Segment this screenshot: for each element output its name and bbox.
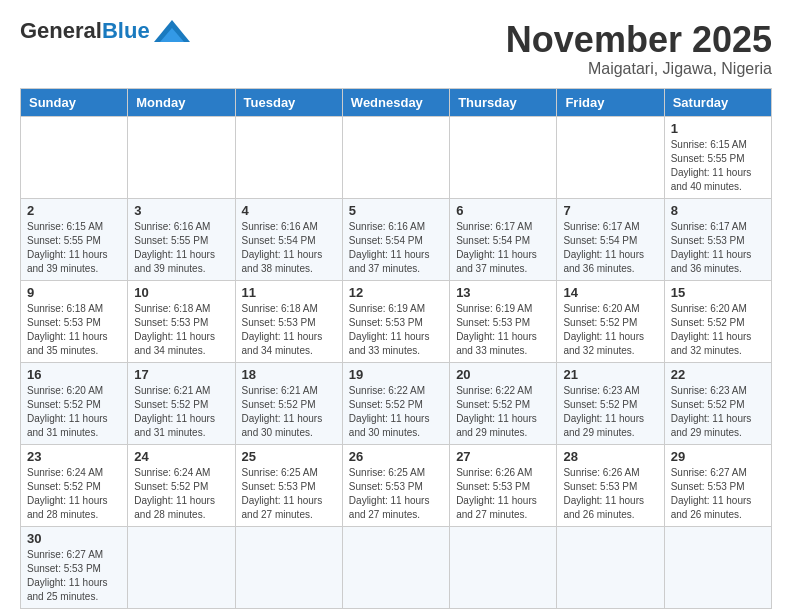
day-number: 12 <box>349 285 443 300</box>
day-info: Sunrise: 6:27 AM Sunset: 5:53 PM Dayligh… <box>671 466 765 522</box>
calendar-cell: 8Sunrise: 6:17 AM Sunset: 5:53 PM Daylig… <box>664 198 771 280</box>
calendar-cell: 28Sunrise: 6:26 AM Sunset: 5:53 PM Dayli… <box>557 444 664 526</box>
day-number: 13 <box>456 285 550 300</box>
calendar-cell: 20Sunrise: 6:22 AM Sunset: 5:52 PM Dayli… <box>450 362 557 444</box>
calendar-cell: 10Sunrise: 6:18 AM Sunset: 5:53 PM Dayli… <box>128 280 235 362</box>
calendar-cell <box>557 116 664 198</box>
calendar-cell: 24Sunrise: 6:24 AM Sunset: 5:52 PM Dayli… <box>128 444 235 526</box>
title-area: November 2025 Maigatari, Jigawa, Nigeria <box>506 20 772 78</box>
day-info: Sunrise: 6:26 AM Sunset: 5:53 PM Dayligh… <box>563 466 657 522</box>
day-number: 24 <box>134 449 228 464</box>
calendar-cell: 19Sunrise: 6:22 AM Sunset: 5:52 PM Dayli… <box>342 362 449 444</box>
weekday-header-row: SundayMondayTuesdayWednesdayThursdayFrid… <box>21 88 772 116</box>
day-number: 30 <box>27 531 121 546</box>
day-info: Sunrise: 6:22 AM Sunset: 5:52 PM Dayligh… <box>349 384 443 440</box>
day-info: Sunrise: 6:20 AM Sunset: 5:52 PM Dayligh… <box>27 384 121 440</box>
calendar-cell <box>342 116 449 198</box>
day-number: 11 <box>242 285 336 300</box>
day-number: 22 <box>671 367 765 382</box>
calendar-cell: 3Sunrise: 6:16 AM Sunset: 5:55 PM Daylig… <box>128 198 235 280</box>
page-header: GeneralBlue November 2025 Maigatari, Jig… <box>20 20 772 78</box>
day-number: 1 <box>671 121 765 136</box>
day-info: Sunrise: 6:19 AM Sunset: 5:53 PM Dayligh… <box>456 302 550 358</box>
day-number: 14 <box>563 285 657 300</box>
day-number: 8 <box>671 203 765 218</box>
calendar-week-row: 1Sunrise: 6:15 AM Sunset: 5:55 PM Daylig… <box>21 116 772 198</box>
calendar-cell: 7Sunrise: 6:17 AM Sunset: 5:54 PM Daylig… <box>557 198 664 280</box>
day-number: 5 <box>349 203 443 218</box>
calendar-cell: 5Sunrise: 6:16 AM Sunset: 5:54 PM Daylig… <box>342 198 449 280</box>
calendar-cell: 22Sunrise: 6:23 AM Sunset: 5:52 PM Dayli… <box>664 362 771 444</box>
day-info: Sunrise: 6:26 AM Sunset: 5:53 PM Dayligh… <box>456 466 550 522</box>
day-info: Sunrise: 6:21 AM Sunset: 5:52 PM Dayligh… <box>134 384 228 440</box>
day-info: Sunrise: 6:17 AM Sunset: 5:53 PM Dayligh… <box>671 220 765 276</box>
day-number: 21 <box>563 367 657 382</box>
calendar-cell: 29Sunrise: 6:27 AM Sunset: 5:53 PM Dayli… <box>664 444 771 526</box>
calendar-cell <box>128 116 235 198</box>
day-number: 15 <box>671 285 765 300</box>
calendar-cell: 1Sunrise: 6:15 AM Sunset: 5:55 PM Daylig… <box>664 116 771 198</box>
day-number: 23 <box>27 449 121 464</box>
day-info: Sunrise: 6:23 AM Sunset: 5:52 PM Dayligh… <box>563 384 657 440</box>
day-info: Sunrise: 6:22 AM Sunset: 5:52 PM Dayligh… <box>456 384 550 440</box>
calendar-cell: 6Sunrise: 6:17 AM Sunset: 5:54 PM Daylig… <box>450 198 557 280</box>
calendar-cell: 21Sunrise: 6:23 AM Sunset: 5:52 PM Dayli… <box>557 362 664 444</box>
day-info: Sunrise: 6:18 AM Sunset: 5:53 PM Dayligh… <box>27 302 121 358</box>
day-info: Sunrise: 6:24 AM Sunset: 5:52 PM Dayligh… <box>134 466 228 522</box>
day-number: 29 <box>671 449 765 464</box>
day-number: 28 <box>563 449 657 464</box>
calendar-cell <box>450 526 557 608</box>
calendar-cell <box>235 116 342 198</box>
calendar-week-row: 2Sunrise: 6:15 AM Sunset: 5:55 PM Daylig… <box>21 198 772 280</box>
day-number: 20 <box>456 367 550 382</box>
day-info: Sunrise: 6:18 AM Sunset: 5:53 PM Dayligh… <box>134 302 228 358</box>
day-info: Sunrise: 6:16 AM Sunset: 5:54 PM Dayligh… <box>349 220 443 276</box>
day-info: Sunrise: 6:24 AM Sunset: 5:52 PM Dayligh… <box>27 466 121 522</box>
calendar-cell: 30Sunrise: 6:27 AM Sunset: 5:53 PM Dayli… <box>21 526 128 608</box>
calendar-cell: 13Sunrise: 6:19 AM Sunset: 5:53 PM Dayli… <box>450 280 557 362</box>
day-number: 16 <box>27 367 121 382</box>
weekday-header-monday: Monday <box>128 88 235 116</box>
calendar-cell <box>21 116 128 198</box>
day-info: Sunrise: 6:15 AM Sunset: 5:55 PM Dayligh… <box>671 138 765 194</box>
day-info: Sunrise: 6:17 AM Sunset: 5:54 PM Dayligh… <box>563 220 657 276</box>
calendar-cell: 14Sunrise: 6:20 AM Sunset: 5:52 PM Dayli… <box>557 280 664 362</box>
calendar-cell: 27Sunrise: 6:26 AM Sunset: 5:53 PM Dayli… <box>450 444 557 526</box>
day-number: 27 <box>456 449 550 464</box>
calendar-cell: 15Sunrise: 6:20 AM Sunset: 5:52 PM Dayli… <box>664 280 771 362</box>
day-number: 9 <box>27 285 121 300</box>
calendar-cell: 2Sunrise: 6:15 AM Sunset: 5:55 PM Daylig… <box>21 198 128 280</box>
calendar-cell <box>557 526 664 608</box>
calendar-week-row: 30Sunrise: 6:27 AM Sunset: 5:53 PM Dayli… <box>21 526 772 608</box>
weekday-header-tuesday: Tuesday <box>235 88 342 116</box>
day-info: Sunrise: 6:16 AM Sunset: 5:55 PM Dayligh… <box>134 220 228 276</box>
calendar-week-row: 23Sunrise: 6:24 AM Sunset: 5:52 PM Dayli… <box>21 444 772 526</box>
day-info: Sunrise: 6:20 AM Sunset: 5:52 PM Dayligh… <box>563 302 657 358</box>
logo: GeneralBlue <box>20 20 190 42</box>
day-info: Sunrise: 6:21 AM Sunset: 5:52 PM Dayligh… <box>242 384 336 440</box>
day-number: 18 <box>242 367 336 382</box>
day-info: Sunrise: 6:15 AM Sunset: 5:55 PM Dayligh… <box>27 220 121 276</box>
calendar-cell: 25Sunrise: 6:25 AM Sunset: 5:53 PM Dayli… <box>235 444 342 526</box>
day-info: Sunrise: 6:16 AM Sunset: 5:54 PM Dayligh… <box>242 220 336 276</box>
calendar-cell <box>235 526 342 608</box>
day-info: Sunrise: 6:23 AM Sunset: 5:52 PM Dayligh… <box>671 384 765 440</box>
day-number: 7 <box>563 203 657 218</box>
calendar-cell: 26Sunrise: 6:25 AM Sunset: 5:53 PM Dayli… <box>342 444 449 526</box>
weekday-header-sunday: Sunday <box>21 88 128 116</box>
calendar-cell: 11Sunrise: 6:18 AM Sunset: 5:53 PM Dayli… <box>235 280 342 362</box>
calendar-cell <box>450 116 557 198</box>
day-number: 2 <box>27 203 121 218</box>
day-info: Sunrise: 6:17 AM Sunset: 5:54 PM Dayligh… <box>456 220 550 276</box>
location: Maigatari, Jigawa, Nigeria <box>506 60 772 78</box>
day-info: Sunrise: 6:19 AM Sunset: 5:53 PM Dayligh… <box>349 302 443 358</box>
day-info: Sunrise: 6:27 AM Sunset: 5:53 PM Dayligh… <box>27 548 121 604</box>
day-number: 6 <box>456 203 550 218</box>
weekday-header-thursday: Thursday <box>450 88 557 116</box>
calendar-cell <box>664 526 771 608</box>
calendar-cell <box>128 526 235 608</box>
day-number: 10 <box>134 285 228 300</box>
calendar-cell: 9Sunrise: 6:18 AM Sunset: 5:53 PM Daylig… <box>21 280 128 362</box>
logo-text: GeneralBlue <box>20 20 150 42</box>
calendar-cell: 4Sunrise: 6:16 AM Sunset: 5:54 PM Daylig… <box>235 198 342 280</box>
